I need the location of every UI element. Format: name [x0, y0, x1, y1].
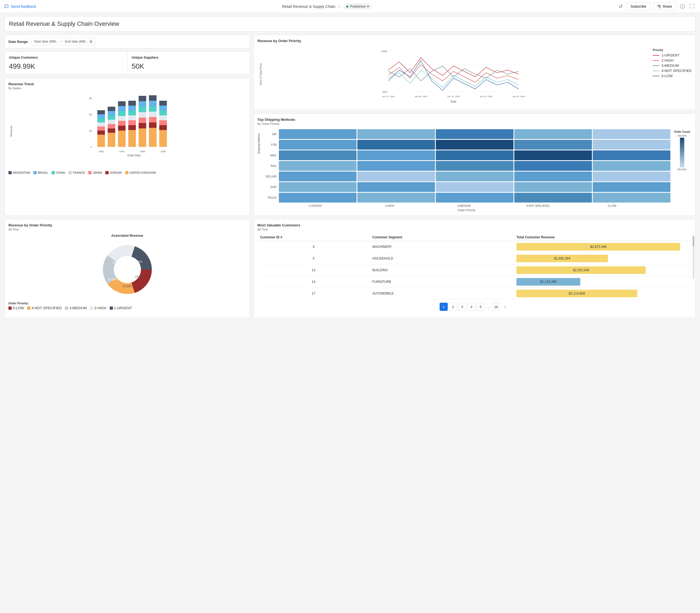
page-5-button[interactable]: 5	[477, 303, 485, 311]
date-range-input[interactable]: Start date (MM... → End date (MM... ⊞	[31, 38, 95, 45]
svg-rect-21	[108, 124, 115, 128]
bar-group-7[interactable]	[159, 101, 167, 147]
svg-text:Jan 02, 1994: Jan 02, 1994	[382, 95, 395, 98]
page-4-button[interactable]: 4	[467, 303, 476, 311]
heatmap-cell[interactable]	[514, 193, 592, 203]
heatmap-cells-truck	[279, 193, 670, 203]
y-axis-label: Revenue	[10, 126, 13, 136]
bar-group-1[interactable]	[98, 110, 105, 147]
heatmap-cell[interactable]	[279, 140, 357, 149]
heatmap-cell[interactable]	[514, 140, 592, 149]
fullscreen-button[interactable]: ⛶	[689, 2, 696, 10]
heatmap-cell[interactable]	[357, 161, 435, 171]
heatmap-row-fob: FOB	[262, 140, 670, 149]
heatmap-cell[interactable]	[279, 172, 357, 181]
subscribe-button[interactable]: Subscribe	[626, 2, 650, 10]
donut-title: Revenue by Order Priority	[9, 223, 246, 227]
info-button[interactable]: ⓘ	[679, 2, 686, 11]
table-row: 4 MACHINERY $2,873,346	[257, 241, 691, 253]
legend-op-5low: 5-LOW	[9, 306, 24, 310]
bar-cell: $2,252,040	[517, 266, 689, 274]
heatmap-row-mail: MAIL	[262, 151, 670, 160]
bar-group-6[interactable]	[149, 95, 157, 147]
heatmap-cell[interactable]	[279, 182, 357, 192]
legend-3medium: 3-MEDIUM	[653, 64, 691, 68]
svg-rect-16	[98, 118, 105, 122]
revenue-bar: $1,600,264	[517, 255, 608, 262]
heatmap-cell[interactable]	[436, 172, 514, 181]
heatmap-cell[interactable]	[357, 193, 435, 203]
heatmap-cell[interactable]	[593, 140, 670, 149]
heatmap-label-fob: FOB	[262, 143, 279, 146]
heatmap-cell[interactable]	[593, 129, 670, 139]
refresh-button[interactable]: ↺	[618, 2, 624, 11]
heatmap-cell[interactable]	[357, 182, 435, 192]
medium-line	[653, 65, 659, 66]
svg-text:6B: 6B	[89, 97, 92, 100]
scrollbar-thumb[interactable]	[693, 236, 694, 247]
published-label: Published	[350, 4, 365, 9]
heatmap-cell[interactable]	[279, 151, 357, 160]
arrow-icon: →	[60, 40, 63, 43]
heatmap-cell[interactable]	[436, 151, 514, 160]
bar-group-3[interactable]	[118, 101, 126, 147]
page-last-button[interactable]: 16	[492, 303, 500, 311]
heatmap-row-regair: REG AIR	[262, 172, 670, 181]
svg-rect-54	[159, 130, 167, 147]
heatmap-cell[interactable]	[436, 182, 514, 192]
svg-rect-23	[108, 115, 115, 120]
bar-group-5[interactable]	[139, 96, 146, 147]
heatmap-cell[interactable]	[593, 182, 670, 192]
op-1urgent-label: 1-URGENT	[114, 306, 132, 310]
heatmap-cell[interactable]	[593, 193, 670, 203]
heatmap-cell[interactable]	[436, 161, 514, 171]
order-priority-legend-items: 5-LOW 4-NOT SPECIFIED 3-MEDIUM 2-HIGH	[9, 306, 246, 310]
customer-segment: MACHINERY	[370, 241, 514, 253]
heatmap-cell[interactable]	[514, 129, 592, 139]
heatmap-cell[interactable]	[436, 193, 514, 203]
feedback-button[interactable]: Send feedback	[4, 4, 36, 9]
heatmap-cell[interactable]	[436, 129, 514, 139]
unique-customers-value: 499.99K	[9, 62, 123, 70]
france-label: FRANCE	[73, 171, 85, 174]
heatmap-cell[interactable]	[436, 140, 514, 149]
page-3-button[interactable]: 3	[458, 303, 466, 311]
page-next-button[interactable]: ›	[501, 303, 509, 311]
heatmap-cell[interactable]	[279, 129, 357, 139]
svg-text:4B: 4B	[89, 113, 92, 116]
svg-text:Date: Date	[451, 100, 456, 103]
heatmap-cell[interactable]	[279, 161, 357, 171]
notspecified-line	[653, 70, 659, 71]
heatmap-cell[interactable]	[357, 129, 435, 139]
bar-group-4[interactable]	[128, 101, 136, 147]
heatmap-cell[interactable]	[357, 172, 435, 181]
svg-rect-17	[98, 114, 105, 118]
heatmap-cell[interactable]	[357, 140, 435, 149]
high-label: 2-HIGH	[661, 58, 673, 63]
share-button[interactable]: Share	[653, 2, 676, 10]
page-2-button[interactable]: 2	[449, 303, 457, 311]
page-1-button[interactable]: 1	[440, 303, 448, 311]
svg-text:Order Date: Order Date	[127, 154, 141, 157]
heatmap-cell[interactable]	[593, 151, 670, 160]
heatmap-cell[interactable]	[514, 172, 592, 181]
legend-argentina: ARGENTINA	[9, 171, 30, 174]
star-icon[interactable]: ☆	[337, 4, 341, 9]
bar-group-2[interactable]	[108, 107, 115, 147]
heatmap-cell[interactable]	[593, 172, 670, 181]
published-badge[interactable]: Published ▾	[343, 3, 372, 10]
heatmap-cell[interactable]	[514, 151, 592, 160]
urgent-line	[653, 55, 659, 56]
shipping-methods-card: Top Shipping Methods By Order Priority S…	[253, 114, 696, 216]
report-title-area: Retail Revenue & Supply Chain ☆ Publishe…	[282, 3, 372, 10]
legend-op-1urgent: 1-URGENT	[110, 306, 132, 310]
svg-rect-40	[139, 128, 146, 147]
heatmap-x-title: Order Priority	[262, 209, 670, 212]
revenue-trend-title: Revenue Trend	[9, 82, 246, 86]
heatmap-cell[interactable]	[279, 193, 357, 203]
heatmap-cell[interactable]	[357, 151, 435, 160]
heatmap-cell[interactable]	[514, 182, 592, 192]
heatmap-cell[interactable]	[593, 161, 670, 171]
svg-rect-53	[149, 95, 157, 101]
heatmap-cell[interactable]	[514, 161, 592, 171]
